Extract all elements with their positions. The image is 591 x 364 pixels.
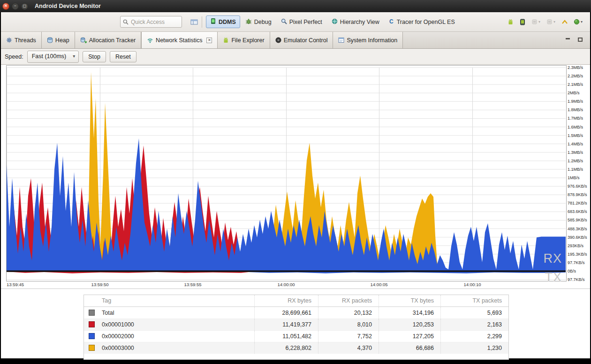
- tab-system-information[interactable]: System Information: [333, 32, 403, 48]
- network-statistics-icon: [147, 38, 153, 43]
- view-controls: [566, 32, 590, 48]
- chevron-down-icon: ▾: [73, 51, 75, 61]
- reset-button[interactable]: Reset: [110, 51, 136, 62]
- column-header-rx-packets[interactable]: RX packets: [318, 295, 379, 306]
- table-header-row: TagRX bytesRX packetsTX bytesTX packets: [84, 295, 508, 307]
- column-header-rx-bytes[interactable]: RX bytes: [254, 295, 318, 306]
- tab-label: Heap: [55, 37, 69, 44]
- value-cell: 28,699,661: [254, 307, 318, 318]
- y-axis-label: 1.1MB/s: [568, 167, 583, 172]
- table-row-0x00003000[interactable]: 0x000030006,228,8024,37066,6861,230: [84, 342, 508, 354]
- y-axis-label: 293KB/s: [568, 243, 583, 248]
- tab-allocation-tracker[interactable]: Allocation Tracker: [75, 32, 141, 48]
- perspective-button-hierarchy-view[interactable]: Hierarchy View: [327, 16, 384, 28]
- window-minimize-button[interactable]: −: [12, 3, 19, 10]
- table-row-total[interactable]: Total28,699,66120,132314,1965,693: [84, 307, 508, 318]
- window-maximize-button[interactable]: ▢: [21, 3, 28, 10]
- tab-label: Threads: [15, 37, 36, 44]
- perspective-button-tracer-for-opengl-es[interactable]: CTracer for OpenGL ES: [385, 16, 459, 28]
- close-tab-icon[interactable]: ✕: [206, 38, 212, 43]
- y-axis-label: 683.6KB/s: [568, 209, 587, 214]
- tag-color-swatch: [89, 333, 95, 339]
- y-axis-label: 390.6KB/s: [568, 235, 587, 240]
- y-axis: 2.3MB/s2.2MB/s2.1MB/s2MB/s1.9MB/s1.8MB/s…: [568, 65, 589, 289]
- value-cell: 5,693: [440, 307, 508, 318]
- value-cell: 1,230: [440, 342, 508, 354]
- toolbar-right-icons: ▾▾▾: [508, 19, 583, 25]
- x-axis-label: 14:00:00: [274, 282, 298, 287]
- heap-icon: [47, 37, 53, 43]
- minimize-icon: −: [14, 4, 16, 8]
- tab-label: Network Statistics: [156, 37, 202, 44]
- tab-label: Emulator Control: [284, 37, 328, 44]
- speed-select[interactable]: Fast (100ms) ▾: [27, 51, 79, 63]
- speed-select-value: Fast (100ms): [32, 53, 67, 60]
- window-close-button[interactable]: ✕: [2, 3, 9, 10]
- allocation-tracker-icon: [80, 37, 87, 43]
- tab-network-statistics[interactable]: Network Statistics✕: [141, 32, 218, 48]
- maximize-icon: ▢: [23, 4, 27, 8]
- perspective-button-pixel-perfect[interactable]: Pixel Perfect: [277, 16, 326, 28]
- close-icon: ✕: [4, 4, 8, 8]
- main-toolbar: DDMSDebugPixel PerfectHierarchy ViewCTra…: [1, 12, 590, 32]
- x-axis-label: 13:59:55: [181, 282, 205, 287]
- tag-cell: 0x00001000: [99, 319, 254, 330]
- perspective-button-debug[interactable]: Debug: [241, 16, 276, 28]
- tab-file-explorer[interactable]: File Explorer: [218, 32, 270, 48]
- y-axis-label: 1.8MB/s: [568, 107, 583, 112]
- y-axis-label: 2.3MB/s: [568, 65, 583, 70]
- tag-color-swatch: [89, 345, 95, 351]
- y-axis-label: 878.9KB/s: [568, 192, 587, 197]
- color-cell: [84, 319, 99, 330]
- chevron-down-icon: ▾: [553, 20, 555, 24]
- perspective-button-label: DDMS: [219, 19, 236, 25]
- android-robot-icon[interactable]: [508, 19, 514, 25]
- tab-heap[interactable]: Heap: [42, 32, 75, 48]
- android-device-icon[interactable]: [520, 19, 525, 25]
- quick-access-input[interactable]: [130, 18, 177, 26]
- minimize-view-icon[interactable]: [566, 38, 572, 43]
- stop-button[interactable]: Stop: [83, 51, 106, 62]
- table-row-0x00002000[interactable]: 0x0000200011,051,4827,752127,2052,299: [84, 330, 508, 342]
- chevron-down-icon: ▾: [581, 20, 583, 24]
- quick-access-box[interactable]: [120, 16, 182, 28]
- tab-threads[interactable]: Threads: [1, 32, 42, 48]
- yellow-arrow-icon[interactable]: [561, 19, 568, 25]
- column-header-color[interactable]: [84, 295, 99, 306]
- tab-label: Allocation Tracker: [89, 37, 136, 44]
- y-axis-label: 488.3KB/s: [568, 227, 587, 231]
- y-axis-label: 0B/s: [568, 269, 576, 273]
- perspective-switcher-icon[interactable]: [190, 19, 198, 25]
- column-header-tx-bytes[interactable]: TX bytes: [379, 295, 440, 306]
- rx-label: RX: [515, 251, 562, 266]
- speed-label: Speed:: [5, 53, 23, 60]
- pixel-perfect-icon: [281, 18, 287, 26]
- toolbar-separator: [202, 16, 202, 28]
- green-orb-icon[interactable]: ▾: [574, 19, 583, 25]
- y-axis-label: 976.6KB/s: [568, 184, 587, 189]
- debug-icon: [245, 18, 252, 26]
- maximize-view-icon[interactable]: [578, 38, 584, 43]
- value-cell: 127,205: [379, 331, 440, 342]
- network-usage-chart: [7, 66, 566, 281]
- emulator-control-icon: [275, 37, 281, 43]
- column-header-tx-packets[interactable]: TX packets: [440, 295, 508, 306]
- y-axis-label: 195.3KB/s: [568, 252, 587, 257]
- tab-label: File Explorer: [231, 37, 264, 44]
- hierarchy-view-icon: [332, 18, 338, 26]
- perspective-button-label: Debug: [254, 19, 272, 25]
- x-axis-label: 13:59:50: [88, 282, 112, 287]
- y-axis-label: 1.5MB/s: [568, 133, 583, 138]
- table-row-0x00001000[interactable]: 0x0000100011,419,3778,010120,2532,163: [84, 318, 508, 330]
- y-axis-label: 2MB/s: [568, 91, 580, 95]
- y-axis-label: 781.2KB/s: [568, 201, 587, 205]
- tx-label: TX: [515, 270, 562, 285]
- x-axis-label: 14:00:10: [460, 282, 485, 287]
- tab-emulator-control[interactable]: Emulator Control: [270, 32, 333, 48]
- tag-color-swatch: [89, 310, 95, 316]
- column-header-tag[interactable]: Tag: [99, 295, 254, 306]
- tag-cell: Total: [99, 307, 254, 318]
- perspective-button-ddms[interactable]: DDMS: [206, 15, 240, 28]
- perspective-button-label: Hierarchy View: [340, 19, 379, 25]
- tag-color-swatch: [89, 321, 95, 327]
